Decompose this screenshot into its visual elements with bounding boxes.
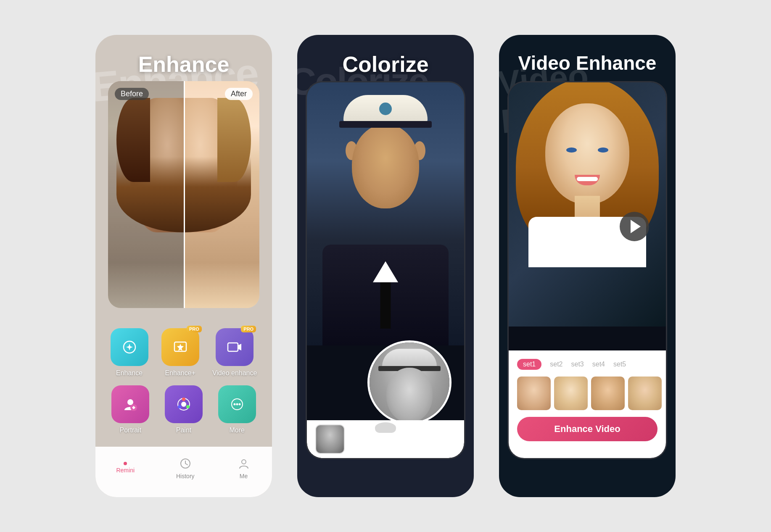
- svg-point-6: [181, 402, 186, 407]
- bottom-navigation: Remini History Me: [95, 447, 272, 497]
- enhance-photo-area: Before After: [108, 81, 259, 308]
- after-label: After: [225, 88, 253, 100]
- nav-me-label: Me: [240, 473, 248, 479]
- bw-original-circle: [367, 340, 452, 424]
- pro-badge-1: PRO: [187, 326, 202, 332]
- colorize-title: Colorize: [297, 52, 474, 77]
- svg-point-12: [236, 403, 238, 406]
- before-label: Before: [115, 88, 149, 100]
- tool-enhance[interactable]: Enhance: [111, 328, 148, 377]
- divider: [184, 81, 185, 308]
- remini-nav-dot: [124, 462, 127, 465]
- svg-point-3: [127, 399, 133, 405]
- svg-point-11: [233, 403, 235, 406]
- thumb-2[interactable]: [554, 377, 588, 410]
- portrait-icon: [111, 385, 149, 423]
- video-enhance-icon: PRO: [216, 328, 253, 366]
- pro-badge-2: PRO: [241, 326, 256, 332]
- set-tab-3[interactable]: set3: [571, 361, 584, 368]
- colorized-photo: [307, 82, 464, 345]
- video-thumbnails: [517, 377, 657, 410]
- tool-grid: Enhance PRO Enhance+ PRO: [95, 328, 272, 442]
- thumb-3[interactable]: [591, 377, 625, 410]
- thumb-face-1: [517, 377, 551, 410]
- tool-row-1: Enhance PRO Enhance+ PRO: [104, 328, 264, 377]
- svg-point-9: [178, 405, 181, 408]
- play-button[interactable]: [620, 212, 649, 241]
- nav-remini[interactable]: Remini: [116, 462, 135, 474]
- screens-container: Enhance Enhance Before After: [0, 0, 771, 532]
- video-enhance-screen: Video Enhance Video Enhance: [499, 35, 676, 497]
- history-icon: [178, 456, 193, 471]
- video-controls-area: set1 set2 set3 set4 set5: [509, 350, 666, 458]
- enhance-title: Enhance: [95, 52, 272, 77]
- enhance-icon: [111, 328, 148, 366]
- more-icon: [218, 385, 256, 423]
- paint-icon: [165, 385, 203, 423]
- set-tab-2[interactable]: set2: [550, 361, 562, 368]
- nav-me[interactable]: Me: [236, 456, 251, 479]
- video-enhance-title: Video Enhance: [499, 52, 676, 74]
- nav-history[interactable]: History: [176, 456, 195, 479]
- video-main-display: [509, 82, 666, 327]
- colorize-screen: Colorize Colorize: [297, 35, 474, 497]
- nav-history-label: History: [176, 473, 195, 479]
- colorize-photo-frame: [306, 81, 465, 459]
- enhance-label: Enhance: [116, 369, 143, 377]
- paint-label: Paint: [176, 427, 191, 434]
- thumb-1[interactable]: [517, 377, 551, 410]
- enhance-plus-label: Enhance+: [165, 369, 195, 377]
- svg-rect-2: [228, 343, 238, 351]
- video-photo-frame: set1 set2 set3 set4 set5: [507, 81, 667, 459]
- tool-enhance-plus[interactable]: PRO Enhance+: [161, 328, 199, 377]
- set-tabs-row: set1 set2 set3 set4 set5: [517, 359, 657, 370]
- tool-video-enhance[interactable]: PRO Video enhance: [212, 328, 257, 377]
- tool-portrait[interactable]: Portrait: [111, 385, 149, 434]
- set-tab-4[interactable]: set4: [592, 361, 605, 368]
- enhance-video-button[interactable]: Enhance Video: [517, 417, 657, 441]
- svg-point-15: [242, 460, 246, 464]
- tool-row-2: Portrait Paint: [104, 385, 264, 434]
- thumb-4[interactable]: [628, 377, 662, 410]
- svg-point-7: [182, 398, 185, 401]
- me-icon: [236, 456, 251, 471]
- portrait-label: Portrait: [120, 427, 142, 434]
- video-enhance-label: Video enhance: [212, 369, 257, 377]
- set-tab-5[interactable]: set5: [613, 361, 626, 368]
- enhance-plus-icon: PRO: [161, 328, 199, 366]
- set-tab-1[interactable]: set1: [517, 359, 541, 370]
- nav-remini-label: Remini: [116, 467, 135, 474]
- tool-more[interactable]: More: [218, 385, 256, 434]
- play-triangle-icon: [631, 220, 641, 233]
- svg-point-13: [238, 403, 240, 406]
- svg-point-8: [186, 405, 190, 408]
- enhance-screen: Enhance Enhance Before After: [95, 35, 272, 497]
- tool-paint[interactable]: Paint: [165, 385, 203, 434]
- more-label: More: [229, 427, 244, 434]
- enhance-video-label: Enhance Video: [554, 424, 620, 435]
